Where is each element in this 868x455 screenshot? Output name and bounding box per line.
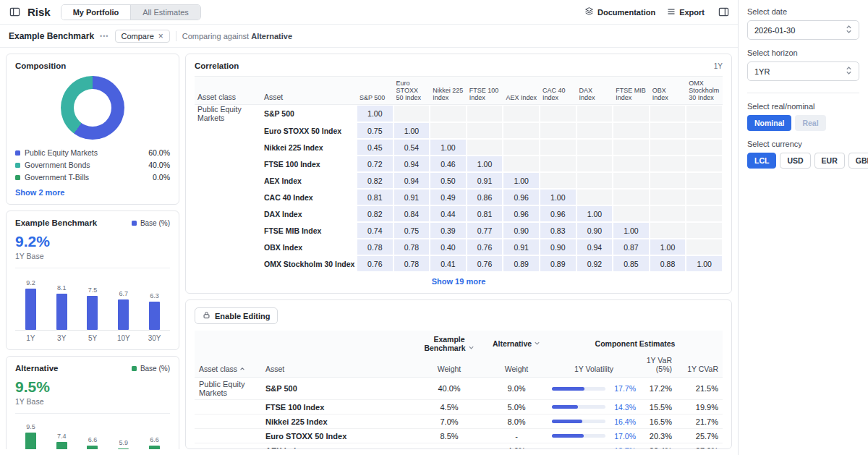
benchmark-bar: Example Benchmark ••• Compare × Comparin… <box>0 25 738 48</box>
sidebar-toggle-icon[interactable] <box>7 5 22 20</box>
export-link[interactable]: Export <box>667 7 705 17</box>
correlation-show-more-link[interactable]: Show 19 more <box>432 277 486 286</box>
asset-name: FTSE 100 Index <box>261 400 413 414</box>
enable-editing-button[interactable]: Enable Editing <box>195 307 278 324</box>
tab-my-portfolio[interactable]: My Portfolio <box>61 5 131 20</box>
legend-swatch <box>15 175 20 180</box>
correlation-title: Correlation <box>195 61 239 70</box>
date-select[interactable]: 2026-01-30 <box>747 20 859 40</box>
correlation-cell: 1.00 <box>467 156 503 172</box>
lock-icon <box>203 311 210 320</box>
correlation-cell <box>686 189 723 205</box>
correlation-cell <box>540 139 576 156</box>
correlation-cell <box>686 105 723 122</box>
correlation-cell <box>576 189 613 205</box>
correlation-cell: 1.00 <box>430 139 467 156</box>
legend-value: 60.0% <box>148 148 170 157</box>
correlation-cell: 0.78 <box>393 255 430 272</box>
correlation-cell: 0.50 <box>430 172 467 189</box>
correlation-row: Euro STOXX 50 Index0.751.00 <box>195 122 723 139</box>
toggle-real[interactable]: Real <box>795 115 825 131</box>
correlation-cell <box>393 105 430 122</box>
settings-sidebar: Select date 2026-01-30 Select horizon 1Y… <box>738 0 868 455</box>
volatility-bar: 14.3% <box>552 403 636 412</box>
sort-asset-class[interactable]: Asset class <box>195 354 261 378</box>
correlation-cell <box>686 239 723 255</box>
correlation-cell <box>613 205 650 222</box>
correlation-cell <box>576 156 613 172</box>
more-options-icon[interactable]: ••• <box>100 33 109 40</box>
correlation-period: 1Y <box>714 62 723 70</box>
estimates-row: Public Equity MarketsS&P 50040.0%9.0%17.… <box>195 378 723 400</box>
alternative-subtitle: 1Y Base <box>15 397 170 406</box>
currency-usd[interactable]: USD <box>780 153 810 169</box>
correlation-cell: 0.82 <box>357 172 393 189</box>
correlation-cell <box>576 122 613 139</box>
correlation-cell: 1.00 <box>686 255 723 272</box>
currency-gbp[interactable]: GBP <box>848 153 868 169</box>
divider <box>176 31 176 41</box>
legend-label: Government T-Bills <box>25 173 148 182</box>
panel-toggle-icon[interactable] <box>716 5 731 20</box>
currency-lcl[interactable]: LCL <box>747 153 776 169</box>
toggle-nominal[interactable]: Nominal <box>747 115 791 131</box>
bar <box>56 294 67 330</box>
bar <box>56 442 67 449</box>
correlation-cell: 0.94 <box>393 156 430 172</box>
legend-label: Public Equity Markets <box>25 148 144 157</box>
correlation-cell: 0.72 <box>357 156 393 172</box>
bar <box>87 446 98 449</box>
estimates-row: FTSE 100 Index4.5%5.0%14.3%15.5%19.9% <box>195 400 723 414</box>
bar-value: 6.6 <box>150 436 159 443</box>
estimates-card: Enable Editing Example Benchmark Alterna… <box>185 299 732 449</box>
correlation-cell <box>686 172 723 189</box>
alternative-bar-chart: 9.57.46.65.96.61Y3Y5Y10Y30Y <box>15 418 170 449</box>
export-label: Export <box>679 8 705 17</box>
correlation-cell: 0.89 <box>540 255 576 272</box>
correlation-cell: 0.84 <box>393 205 430 222</box>
bar <box>87 296 98 330</box>
correlation-cell <box>613 122 650 139</box>
close-icon[interactable]: × <box>158 32 163 41</box>
correlation-cell: 0.77 <box>467 222 503 239</box>
compare-chip[interactable]: Compare × <box>115 30 170 43</box>
asset-name: AEX Index <box>261 172 357 189</box>
correlation-cell <box>540 156 576 172</box>
asset-name: Euro STOXX 50 Index <box>261 122 357 139</box>
volatility-bar: 17.7% <box>552 384 636 393</box>
correlation-cell: 0.90 <box>540 239 576 255</box>
correlation-cell: 0.90 <box>576 222 613 239</box>
bar-category: 5Y <box>77 334 109 342</box>
legend-item: Government T-Bills0.0% <box>15 173 170 182</box>
divider <box>15 268 170 268</box>
middle-column: Correlation 1Y Asset classAssetS&P 500Eu… <box>185 54 732 449</box>
correlation-cell: 1.00 <box>503 172 540 189</box>
real-nominal-toggle: NominalReal <box>747 115 859 131</box>
group-benchmark[interactable]: Example Benchmark <box>413 331 485 354</box>
bar-value: 8.1 <box>57 284 67 292</box>
correlation-cell: 0.40 <box>430 239 467 255</box>
correlation-row: OMX Stockholm 30 Index0.760.780.410.760.… <box>195 255 723 272</box>
composition-show-more-link[interactable]: Show 2 more <box>15 188 64 197</box>
correlation-cell: 0.96 <box>503 205 540 222</box>
asset-name: DAX Index <box>261 205 357 222</box>
benchmark-card-title: Example Benchmark <box>15 218 97 227</box>
legend-item: Public Equity Markets60.0% <box>15 148 170 157</box>
documentation-link[interactable]: Documentation <box>584 7 655 17</box>
correlation-cell <box>503 105 540 122</box>
group-alternative[interactable]: Alternative <box>485 331 548 354</box>
bar <box>118 299 129 330</box>
correlation-cell: 0.91 <box>393 189 430 205</box>
correlation-cell <box>467 122 503 139</box>
left-column: Composition Public Equity Markets60.0%Go… <box>6 54 179 449</box>
tab-all-estimates[interactable]: All Estimates <box>130 5 200 20</box>
top-bar: Risk My PortfolioAll Estimates Documenta… <box>0 0 738 25</box>
correlation-cell <box>467 139 503 156</box>
correlation-cell: 0.90 <box>503 222 540 239</box>
benchmark-headline: 9.2% <box>15 233 170 250</box>
currency-eur[interactable]: EUR <box>814 153 845 169</box>
correlation-cell: 0.74 <box>357 222 393 239</box>
bar-value: 7.4 <box>57 433 67 440</box>
topbar-actions: Documentation Export <box>584 5 731 20</box>
horizon-select[interactable]: 1YR <box>747 61 859 81</box>
